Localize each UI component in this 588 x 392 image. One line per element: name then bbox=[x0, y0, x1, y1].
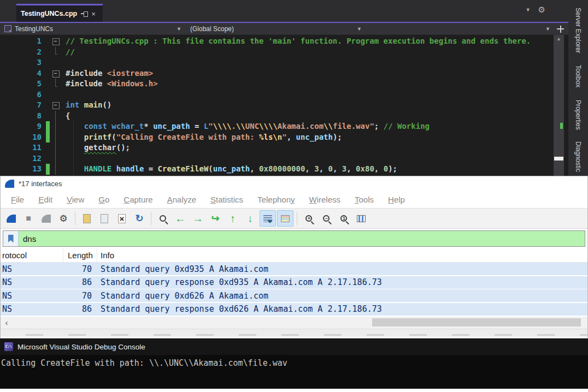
project-dropdown[interactable]: TestingUNCs ▼ bbox=[0, 23, 186, 34]
side-tab-server-explorer[interactable]: Server Explorer bbox=[574, 8, 582, 53]
scroll-left-icon[interactable]: ‹ bbox=[1, 317, 13, 328]
close-capture-file-button[interactable] bbox=[114, 210, 130, 227]
code-line: 13 HANDLE handle = CreateFileW(unc_path,… bbox=[0, 164, 568, 175]
open-capture-file-icon bbox=[83, 214, 91, 223]
zoom-in-button[interactable]: + bbox=[301, 210, 317, 227]
packet-row[interactable]: NS86Standard query response 0xd626 A Aka… bbox=[1, 303, 587, 316]
packet-protocol: NS bbox=[1, 291, 63, 301]
code-lines: 1// TestingUNCs.cpp : This file contains… bbox=[0, 36, 568, 175]
code-line: 12 bbox=[0, 153, 568, 164]
filter-bookmark-button[interactable] bbox=[3, 231, 19, 246]
reload-capture-file-icon: ↻ bbox=[135, 213, 143, 223]
reload-capture-file-button[interactable]: ↻ bbox=[131, 210, 148, 227]
find-packet-icon bbox=[160, 215, 166, 222]
code-text: #include <Windows.h> bbox=[61, 79, 158, 90]
packet-row[interactable]: NS70Standard query 0xd626 A Akamai.com bbox=[1, 289, 587, 302]
zoom-out-button[interactable]: − bbox=[318, 210, 334, 227]
packet-info: Standard query 0xd626 A Akamai.com bbox=[97, 291, 587, 301]
fold-guide bbox=[51, 79, 61, 90]
display-filter-input[interactable] bbox=[19, 231, 585, 246]
menu-item-edit[interactable]: Edit bbox=[31, 195, 60, 204]
menu-item-telephony[interactable]: Telephony bbox=[250, 195, 302, 204]
window-bottom-edge bbox=[0, 389, 588, 392]
go-forward-button[interactable]: → bbox=[190, 210, 206, 227]
tab-title: TestingUNCs.cpp bbox=[21, 10, 77, 17]
console-title-bar[interactable]: C:\ Microsoft Visual Studio Debug Consol… bbox=[0, 338, 588, 355]
toolbar-separator bbox=[75, 212, 75, 225]
resize-columns-button[interactable] bbox=[353, 210, 369, 227]
line-number: 4 bbox=[0, 68, 45, 79]
scrollbar-thumb[interactable] bbox=[554, 157, 563, 161]
code-line: 9 const wchar_t* unc_path = L"\\\\.\\UNC… bbox=[0, 121, 568, 132]
scrollbar-up-icon[interactable]: ▲ bbox=[554, 36, 564, 41]
tab-testinguncs-cpp[interactable]: TestingUNCs.cpp × bbox=[16, 4, 103, 22]
menu-item-tools[interactable]: Tools bbox=[348, 195, 381, 204]
packet-protocol: NS bbox=[1, 264, 63, 274]
fold-guide bbox=[51, 47, 61, 58]
zoom-reset-button[interactable]: 1 bbox=[336, 210, 352, 227]
packet-length: 70 bbox=[63, 291, 97, 301]
line-number: 10 bbox=[0, 132, 45, 143]
fold-collapse-icon[interactable] bbox=[51, 36, 61, 47]
menu-item-capture[interactable]: Capture bbox=[116, 195, 160, 204]
go-to-packet-button[interactable]: ↪ bbox=[207, 210, 224, 227]
gear-icon[interactable]: ⚙ bbox=[538, 5, 545, 14]
menu-item-go[interactable]: Go bbox=[91, 195, 116, 204]
go-to-first-packet-button[interactable]: ↑ bbox=[225, 210, 241, 227]
menu-item-statistics[interactable]: Statistics bbox=[203, 195, 250, 204]
restart-capture-button[interactable] bbox=[38, 210, 54, 227]
capture-options-button[interactable]: ⚙ bbox=[55, 210, 72, 227]
code-line: 3 bbox=[0, 57, 568, 68]
hscrollbar-thumb[interactable] bbox=[372, 318, 581, 326]
chevron-down-icon[interactable]: ▼ bbox=[526, 7, 531, 13]
go-to-last-packet-button[interactable]: ↓ bbox=[242, 210, 258, 227]
stop-capture-button[interactable]: ■ bbox=[20, 210, 37, 227]
fold-collapse-icon[interactable] bbox=[51, 68, 61, 79]
code-text: HANDLE handle = CreateFileW(unc_path, 0x… bbox=[61, 164, 397, 175]
wireshark-title-bar[interactable]: *17 interfaces bbox=[1, 176, 587, 191]
go-to-first-packet-icon: ↑ bbox=[230, 213, 236, 224]
column-header-protocol[interactable]: rotocol bbox=[1, 248, 63, 262]
start-capture-button[interactable] bbox=[3, 210, 19, 227]
column-header-info[interactable]: Info bbox=[97, 248, 587, 262]
side-tab-properties[interactable]: Properties bbox=[574, 100, 582, 130]
side-tab-toolbox[interactable]: Toolbox bbox=[574, 65, 582, 87]
vs-tab-strip: TestingUNCs.cpp × ▼ ⚙ bbox=[0, 0, 568, 22]
packet-row[interactable]: NS70Standard query 0xd935 A Akamai.com bbox=[1, 263, 587, 275]
chevron-down-icon: ▼ bbox=[177, 26, 181, 32]
packet-length: 70 bbox=[63, 264, 97, 274]
colorize-packets-button[interactable] bbox=[277, 210, 293, 227]
menu-item-wireless[interactable]: Wireless bbox=[302, 195, 348, 204]
packet-row[interactable]: NS86Standard query response 0xd935 A Aka… bbox=[1, 276, 587, 289]
side-tab-diagnostic[interactable]: Diagnostic bbox=[574, 141, 582, 172]
code-line: 2// bbox=[0, 47, 568, 58]
split-window-icon[interactable] bbox=[557, 26, 564, 33]
menu-item-help[interactable]: Help bbox=[381, 195, 412, 204]
menu-item-view[interactable]: View bbox=[60, 195, 91, 204]
auto-scroll-icon bbox=[263, 215, 272, 222]
go-to-last-packet-icon: ↓ bbox=[248, 213, 253, 224]
horizontal-scrollbar[interactable]: ‹ bbox=[1, 317, 587, 329]
code-line: 10 printf("Calling CreateFile with path:… bbox=[0, 132, 568, 143]
column-header-length[interactable]: Length bbox=[63, 248, 97, 262]
save-capture-file-button[interactable] bbox=[96, 210, 113, 227]
editor-scrollbar[interactable]: ▲ bbox=[554, 35, 564, 176]
menu-item-file[interactable]: File bbox=[4, 195, 31, 204]
change-bar bbox=[45, 100, 51, 111]
fold-guide bbox=[51, 153, 61, 164]
go-back-button[interactable]: ← bbox=[172, 210, 189, 227]
chevron-down-icon[interactable]: ▼ bbox=[545, 26, 550, 32]
auto-scroll-button[interactable] bbox=[260, 210, 276, 227]
vs-side-tab-strip: Server ExplorerToolboxPropertiesDiagnost… bbox=[568, 0, 588, 176]
find-packet-button[interactable] bbox=[155, 210, 171, 227]
open-capture-file-button[interactable] bbox=[79, 210, 95, 227]
line-number: 12 bbox=[0, 153, 45, 164]
close-icon[interactable]: × bbox=[91, 10, 96, 17]
fold-collapse-icon[interactable] bbox=[51, 100, 61, 111]
pin-icon[interactable] bbox=[81, 11, 87, 16]
scope-dropdown[interactable]: (Global Scope) ▼ bbox=[186, 23, 366, 34]
line-number: 8 bbox=[0, 111, 45, 122]
menu-item-analyze[interactable]: Analyze bbox=[160, 195, 203, 204]
code-editor[interactable]: 1// TestingUNCs.cpp : This file contains… bbox=[0, 35, 568, 176]
console-output: Calling CreateFile with path: \\.\UNC\\A… bbox=[0, 355, 588, 368]
